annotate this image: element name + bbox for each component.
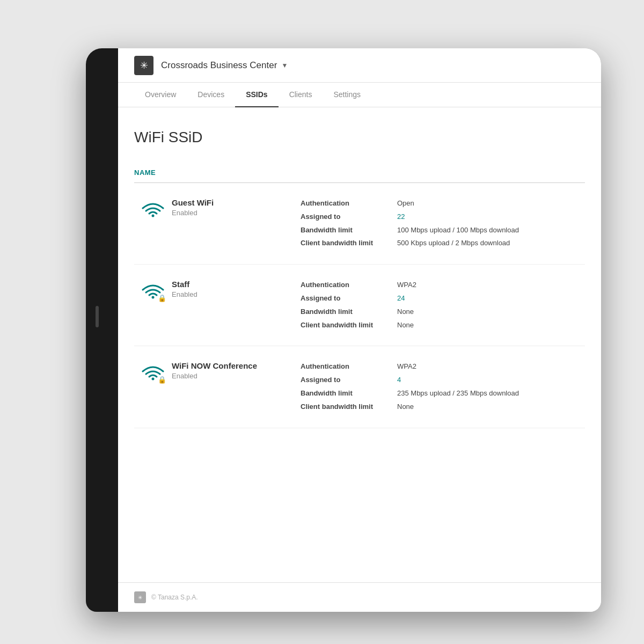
ssid-row-staff[interactable]: 🔒 Staff Enabled Authentication Assigned …	[134, 265, 585, 346]
details-values-conference: WPA2 4 235 Mbps upload / 235 Mbps downlo…	[397, 361, 585, 412]
client-bw-label-staff: Client bandwidth limit	[301, 320, 397, 331]
ssid-name-col-staff: Staff Enabled	[172, 280, 301, 298]
details-labels-guest: Authentication Assigned to Bandwidth lim…	[301, 198, 397, 249]
tab-settings[interactable]: Settings	[323, 83, 371, 107]
table-header: Name	[134, 167, 585, 183]
ssid-table: Name	[134, 167, 585, 428]
ssid-name-conference: WiFi NOW Conference	[172, 361, 290, 370]
tab-devices[interactable]: Devices	[187, 83, 235, 107]
org-name: Crossroads Business Center	[161, 60, 277, 71]
tab-overview[interactable]: Overview	[134, 83, 187, 107]
main-content: WiFi SSiD Name	[118, 107, 601, 582]
footer-logo: ✳	[134, 591, 146, 603]
wifi-icon-staff: 🔒	[142, 282, 164, 299]
col-name-header: Name	[134, 169, 156, 177]
bw-value-guest: 100 Mbps upload / 100 Mbps download	[397, 225, 585, 236]
wifi-icon-conference: 🔒	[142, 363, 164, 380]
ssid-name-col-conference: WiFi NOW Conference Enabled	[172, 361, 301, 380]
ssid-row-conference[interactable]: 🔒 WiFi NOW Conference Enabled Authentica…	[134, 346, 585, 428]
bw-value-staff: None	[397, 306, 585, 318]
assigned-value-staff[interactable]: 24	[397, 293, 585, 304]
assigned-label-staff: Assigned to	[301, 293, 397, 304]
org-dropdown-icon[interactable]: ▼	[281, 62, 288, 69]
bw-label-staff: Bandwidth limit	[301, 306, 397, 318]
assigned-label-guest: Assigned to	[301, 211, 397, 223]
bw-label-conference: Bandwidth limit	[301, 388, 397, 399]
details-values-staff: WPA2 24 None None	[397, 280, 585, 331]
auth-label-staff: Authentication	[301, 280, 397, 291]
side-buttons	[96, 306, 99, 327]
ssid-icon-col-staff: 🔒	[134, 280, 172, 299]
tab-clients[interactable]: Clients	[279, 83, 323, 107]
device-frame: ✳ Crossroads Business Center ▼ Overview …	[86, 48, 601, 612]
ssid-details-conference: Authentication Assigned to Bandwidth lim…	[301, 361, 585, 412]
details-labels-staff: Authentication Assigned to Bandwidth lim…	[301, 280, 397, 331]
ssid-row-guest[interactable]: Guest WiFi Enabled Authentication Assign…	[134, 183, 585, 265]
lock-icon-staff: 🔒	[158, 294, 166, 302]
ssid-status-conference: Enabled	[172, 372, 290, 380]
assigned-value-conference[interactable]: 4	[397, 375, 585, 386]
nav-tabs: Overview Devices SSIDs Clients Settings	[118, 83, 601, 107]
auth-value-staff: WPA2	[397, 280, 585, 291]
assigned-value-guest[interactable]: 22	[397, 211, 585, 223]
ssid-status-staff: Enabled	[172, 290, 290, 298]
client-bw-value-staff: None	[397, 320, 585, 331]
ssid-details-guest: Authentication Assigned to Bandwidth lim…	[301, 198, 585, 249]
client-bw-value-guest: 500 Kbps upload / 2 Mbps download	[397, 238, 585, 249]
wifi-svg-guest	[142, 200, 164, 217]
page-title: WiFi SSiD	[134, 129, 585, 146]
svg-point-1	[152, 296, 155, 299]
ssid-details-staff: Authentication Assigned to Bandwidth lim…	[301, 280, 585, 331]
ssid-icon-col-conference: 🔒	[134, 361, 172, 380]
device-screen: ✳ Crossroads Business Center ▼ Overview …	[118, 48, 601, 612]
header: ✳ Crossroads Business Center ▼	[118, 48, 601, 83]
svg-point-2	[152, 378, 155, 380]
client-bw-label-guest: Client bandwidth limit	[301, 238, 397, 249]
client-bw-label-conference: Client bandwidth limit	[301, 401, 397, 413]
bw-label-guest: Bandwidth limit	[301, 225, 397, 236]
lock-icon-conference: 🔒	[158, 376, 166, 384]
auth-value-guest: Open	[397, 198, 585, 209]
details-labels-conference: Authentication Assigned to Bandwidth lim…	[301, 361, 397, 412]
ssid-name-col-guest: Guest WiFi Enabled	[172, 198, 301, 217]
ssid-icon-col-guest	[134, 198, 172, 217]
ssid-status-guest: Enabled	[172, 209, 290, 217]
ssid-name-staff: Staff	[172, 280, 290, 289]
bw-value-conference: 235 Mbps upload / 235 Mbps download	[397, 388, 585, 399]
logo-icon: ✳	[140, 60, 148, 71]
footer: ✳ © Tanaza S.p.A.	[118, 582, 601, 612]
auth-value-conference: WPA2	[397, 361, 585, 372]
tab-ssids[interactable]: SSIDs	[235, 83, 278, 107]
auth-label-guest: Authentication	[301, 198, 397, 209]
auth-label-conference: Authentication	[301, 361, 397, 372]
assigned-label-conference: Assigned to	[301, 375, 397, 386]
details-values-guest: Open 22 100 Mbps upload / 100 Mbps downl…	[397, 198, 585, 249]
client-bw-value-conference: None	[397, 401, 585, 413]
footer-copyright: © Tanaza S.p.A.	[151, 594, 198, 601]
wifi-icon-guest	[142, 200, 164, 217]
svg-point-0	[152, 215, 155, 217]
app-container: ✳ Crossroads Business Center ▼ Overview …	[118, 48, 601, 612]
ssid-name-guest: Guest WiFi	[172, 198, 290, 207]
app-logo: ✳	[134, 56, 153, 75]
